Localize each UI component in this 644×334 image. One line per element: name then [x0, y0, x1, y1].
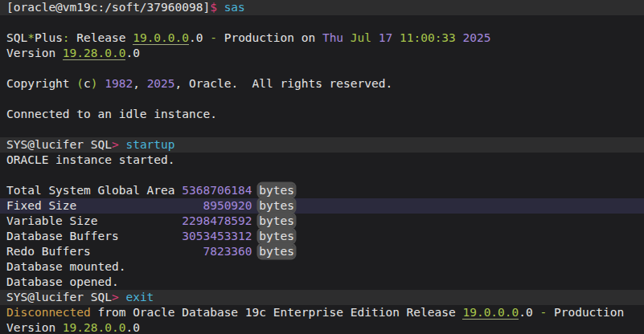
text-segment [252, 199, 260, 212]
disconnected-line: Disconnected from Oracle Database 19c En… [0, 305, 644, 320]
text-segment: > [112, 138, 119, 151]
text-segment [252, 245, 260, 258]
text-segment: 2025 [147, 77, 175, 90]
text-segment: SYS@lucifer SQL [6, 291, 112, 303]
text-segment: 8950920 [203, 199, 252, 212]
text-segment: Production on [217, 31, 322, 44]
text-segment: c [84, 77, 91, 90]
text-segment [217, 1, 224, 14]
text-segment: Connected to an idle instance. [6, 108, 217, 120]
text-segment [343, 31, 351, 44]
text-segment: startup [125, 138, 174, 151]
text-segment: SYS@lucifer SQL [6, 138, 112, 151]
text-segment: 5368706184 [182, 184, 252, 197]
version-footer-line: Version 19.28.0.0.0 [0, 320, 644, 334]
database-opened-line: Database opened. [0, 275, 644, 290]
text-segment [456, 31, 463, 44]
text-segment: - [210, 31, 217, 44]
sql-prompt-startup-line: SYS@lucifer SQL> startup [0, 137, 644, 153]
bytes-badge: bytes [259, 184, 294, 197]
text-segment: $ [210, 1, 217, 14]
text-segment: .0 [125, 47, 139, 59]
text-segment: 2025 [463, 31, 491, 44]
text-segment: 19.0.0.0 [462, 306, 519, 320]
text-segment: 19.28.0.0 [63, 47, 126, 60]
text-segment: Plus [35, 31, 63, 44]
text-segment: , [133, 77, 146, 90]
text-segment: [oracle@vm19c:/soft/37960098] [6, 1, 210, 14]
text-segment: Variable Size [6, 214, 182, 227]
text-segment: : [63, 31, 70, 44]
text-segment [252, 214, 260, 227]
instance-started-line: ORACLE instance started. [0, 153, 644, 168]
sql-prompt-exit-line: SYS@lucifer SQL> exit [0, 290, 644, 305]
text-segment: SQL [6, 31, 27, 44]
text-segment: Total System Global Area [6, 184, 182, 197]
bytes-badge: bytes [259, 245, 294, 258]
text-segment: Jul [351, 31, 371, 44]
text-segment: Production [547, 306, 624, 319]
text-segment [252, 230, 260, 242]
text-segment: Copyright [6, 77, 76, 90]
bytes-badge: bytes [259, 214, 294, 227]
text-segment: Redo Buffers [6, 245, 203, 258]
text-segment: > [112, 291, 119, 303]
text-segment: from Oracle Database 19c Enterprise Edit… [91, 306, 463, 319]
text-segment: 19.28.0.0 [63, 321, 126, 334]
text-segment: , Oracle. All rights reserved. [175, 77, 393, 90]
copyright-line: Copyright (c) 1982, 2025, Oracle. All ri… [0, 76, 644, 92]
shell-prompt-line: [oracle@vm19c:/soft/37960098]$ sas [0, 0, 644, 15]
text-segment: 17 [379, 31, 392, 44]
text-segment: 2298478592 [182, 214, 252, 227]
text-segment: Database mounted. [6, 260, 125, 273]
text-segment: 7823360 [203, 245, 252, 258]
text-segment: 3053453312 [182, 230, 252, 242]
text-segment: Database opened. [6, 275, 119, 288]
text-segment: ) [91, 77, 98, 90]
text-segment: Version [6, 47, 63, 59]
text-segment: * [27, 31, 35, 44]
bytes-badge: bytes [259, 230, 294, 242]
text-segment: 19.0.0.0 [133, 31, 189, 45]
text-segment: .0 [125, 321, 139, 334]
text-segment [371, 31, 379, 44]
text-segment [392, 31, 400, 44]
text-segment: Thu [322, 31, 343, 44]
blank-line [0, 15, 644, 31]
text-segment: .0 [519, 306, 539, 319]
text-segment: ORACLE instance started. [6, 153, 175, 166]
database-buffers-line: Database Buffers 3053453312 bytes [0, 229, 644, 244]
text-segment: Database Buffers [6, 230, 182, 242]
text-segment: Fixed Size [6, 199, 203, 212]
redo-buffers-line: Redo Buffers 7823360 bytes [0, 244, 644, 259]
text-segment: 1982 [105, 77, 133, 90]
blank-line [0, 61, 644, 76]
connected-idle-line: Connected to an idle instance. [0, 107, 644, 122]
sqlplus-banner-line: SQL*Plus: Release 19.0.0.0.0 - Productio… [0, 31, 644, 46]
text-segment: - [540, 306, 548, 319]
text-segment: Disconnected [6, 306, 91, 319]
variable-size-line: Variable Size 2298478592 bytes [0, 214, 644, 229]
bytes-badge: bytes [259, 199, 294, 212]
text-segment: Release [70, 31, 133, 44]
text-segment [98, 77, 105, 90]
version-line: Version 19.28.0.0.0 [0, 46, 644, 61]
text-segment: 11:00:33 [400, 31, 456, 44]
text-segment: sas [224, 1, 245, 14]
fixed-size-line: Fixed Size 8950920 bytes [0, 198, 644, 214]
blank-line [0, 122, 644, 137]
text-segment: ( [76, 77, 84, 90]
text-segment: exit [125, 291, 154, 303]
sga-total-line: Total System Global Area 5368706184 byte… [0, 183, 644, 198]
blank-line [0, 92, 644, 107]
text-segment: Version [6, 321, 63, 334]
database-mounted-line: Database mounted. [0, 259, 644, 275]
blank-line [0, 168, 644, 183]
text-segment [252, 184, 260, 197]
terminal-screen[interactable]: [oracle@vm19c:/soft/37960098]$ sasSQL*Pl… [0, 0, 644, 334]
text-segment: .0 [189, 31, 210, 44]
